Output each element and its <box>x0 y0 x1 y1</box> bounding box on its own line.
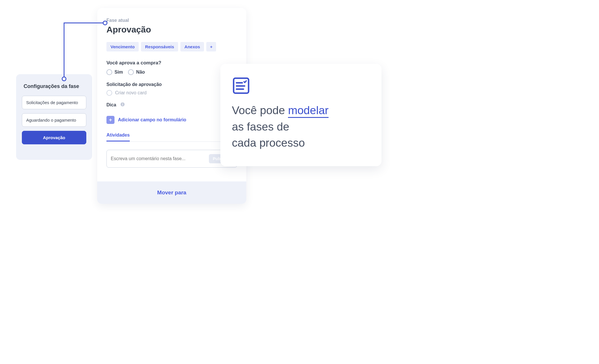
add-field-label: Adicionar campo no formulário <box>118 117 186 122</box>
move-to-label: Mover para <box>157 189 186 196</box>
svg-point-4 <box>122 103 123 104</box>
chip-assignees[interactable]: Responsáveis <box>141 42 178 51</box>
approval-question-label: Você aprova a compra? <box>106 60 237 66</box>
phase-item-approval[interactable]: Aprovação <box>22 131 86 144</box>
radio-circle-icon <box>128 69 134 75</box>
move-to-footer[interactable]: Mover para <box>97 181 246 204</box>
add-field-button[interactable]: + Adicionar campo no formulário <box>106 116 186 124</box>
phase-config-sidebar: Configurações da fase Solicitações de pa… <box>16 74 92 160</box>
comment-input[interactable] <box>111 156 196 161</box>
radio-circle-icon <box>106 90 112 96</box>
current-phase-label: Fase atual <box>106 18 237 23</box>
chip-attachments[interactable]: Anexos <box>180 42 204 51</box>
checklist-icon <box>232 76 250 95</box>
approval-request-label: Solicitação de aprovação <box>106 82 237 87</box>
radio-circle-icon <box>106 69 112 75</box>
info-text-accent: modelar <box>288 104 329 118</box>
radio-yes-label: Sim <box>115 70 123 75</box>
info-text: Você pode modelar as fases de cada proce… <box>232 102 370 151</box>
phase-item-awaiting-payment[interactable]: Aguardando o pagamento <box>22 113 86 127</box>
phase-item-payment-requests[interactable]: Solicitações de pagamento <box>22 96 86 109</box>
chip-due-date[interactable]: Vencimento <box>106 42 139 51</box>
comment-box: Publicar <box>106 150 237 168</box>
plus-icon: + <box>106 116 115 124</box>
approval-options: Sim Não <box>106 69 237 75</box>
sidebar-title: Configurações da fase <box>22 83 86 89</box>
hint-label: Dica <box>106 102 116 108</box>
info-icon[interactable] <box>120 102 125 108</box>
radio-option-no[interactable]: Não <box>128 69 145 75</box>
tabs-row: Atividades <box>106 133 237 142</box>
tab-activities[interactable]: Atividades <box>106 133 130 141</box>
radio-no-label: Não <box>136 70 145 75</box>
info-text-line2: as fases de <box>232 120 289 133</box>
radio-option-yes[interactable]: Sim <box>106 69 123 75</box>
info-text-line3: cada processo <box>232 137 305 149</box>
create-card-option[interactable]: Criar novo card <box>106 90 237 96</box>
info-text-prefix: Você pode <box>232 104 288 116</box>
info-callout-card: Você pode modelar as fases de cada proce… <box>220 64 381 166</box>
chip-add-button[interactable]: + <box>206 42 216 51</box>
hint-row: Dica <box>106 102 237 108</box>
svg-rect-3 <box>122 104 123 106</box>
create-card-label: Criar novo card <box>115 90 146 95</box>
phase-title: Aprovação <box>106 25 237 35</box>
attribute-chips-row: Vencimento Responsáveis Anexos + <box>106 42 237 51</box>
